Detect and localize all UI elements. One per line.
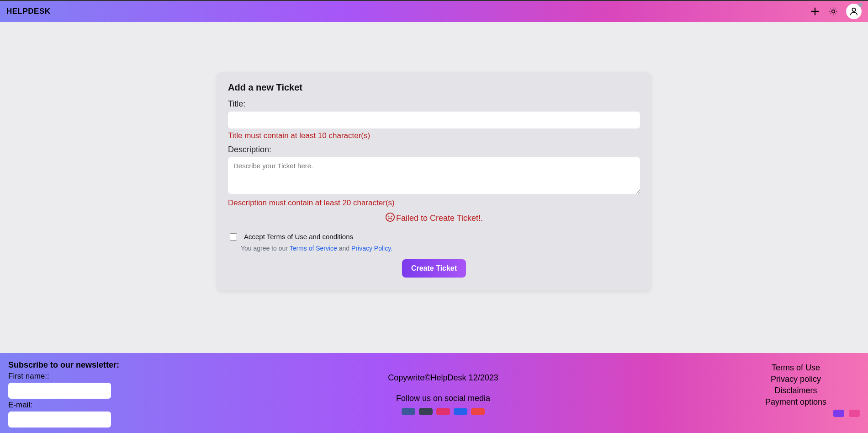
footer-link-tou[interactable]: Terms of Use [732, 363, 860, 373]
title-error: Title must contain at least 10 character… [228, 131, 640, 140]
terms-main-label: Accept Terms of Use and conditions [244, 233, 353, 241]
footer-link-disclaimers[interactable]: Disclaimers [732, 386, 860, 396]
discord-icon[interactable] [454, 408, 467, 415]
first-name-input[interactable] [8, 383, 111, 399]
github-icon[interactable] [419, 408, 433, 415]
main-content: Add a new Ticket Title: Title must conta… [0, 22, 868, 353]
fail-message-text: Failed to Create Ticket!. [396, 214, 483, 223]
footer-links: Terms of Use Privacy policy Disclaimers … [732, 360, 860, 428]
fail-message-row: Failed to Create Ticket!. [228, 212, 640, 225]
copywrite-text: Copywrite©HelpDesk 12/2023 [154, 373, 732, 383]
terms-of-service-link[interactable]: Terms of Service [290, 245, 337, 252]
svg-point-14 [392, 216, 392, 217]
card-visa-icon [833, 410, 844, 417]
footer-center: Copywrite©HelpDesk 12/2023 Follow us on … [154, 360, 732, 428]
add-icon[interactable] [810, 6, 820, 17]
footer: Subscribe to our newsletter: First name:… [0, 353, 868, 433]
title-input[interactable] [228, 112, 640, 128]
footer-link-payment[interactable]: Payment options [732, 397, 860, 407]
new-ticket-card: Add a new Ticket Title: Title must conta… [217, 72, 651, 290]
description-input[interactable] [228, 157, 640, 194]
terms-mid: and [337, 245, 351, 252]
footer-newsletter: Subscribe to our newsletter: First name:… [8, 360, 154, 428]
terms-sub-label: You agree to our Terms of Service and Pr… [241, 245, 640, 252]
email-label: E-mail: [8, 401, 154, 410]
svg-point-12 [386, 213, 394, 221]
description-error: Description must contain at least 20 cha… [228, 198, 640, 208]
email-input[interactable] [8, 412, 111, 428]
svg-point-11 [852, 8, 855, 11]
create-ticket-button[interactable]: Create Ticket [402, 259, 466, 278]
svg-point-13 [388, 216, 389, 217]
social-row [154, 408, 732, 415]
theme-toggle-icon[interactable] [828, 6, 839, 17]
newsletter-heading: Subscribe to our newsletter: [8, 360, 154, 370]
follow-text: Follow us on social media [154, 394, 732, 403]
terms-row: Accept Terms of Use and conditions [228, 233, 640, 242]
top-bar: HELPDESK [0, 0, 868, 22]
youtube-icon[interactable] [471, 408, 485, 415]
instagram-icon[interactable] [436, 408, 450, 415]
terms-checkbox[interactable] [230, 233, 237, 241]
title-label: Title: [228, 99, 640, 109]
privacy-policy-link[interactable]: Privacy Policy. [351, 245, 392, 252]
topbar-actions [810, 4, 862, 19]
first-name-label: First name:: [8, 372, 154, 381]
svg-line-10 [836, 9, 836, 9]
avatar-status-dot [858, 3, 863, 7]
user-avatar[interactable] [846, 4, 862, 19]
frown-icon [385, 212, 395, 225]
card-title: Add a new Ticket [228, 82, 640, 93]
facebook-icon[interactable] [402, 408, 415, 415]
footer-link-privacy[interactable]: Privacy policy [732, 374, 860, 384]
brand-title[interactable]: HELPDESK [6, 7, 51, 16]
card-mastercard-icon [849, 410, 860, 417]
description-label: Description: [228, 145, 640, 155]
svg-line-6 [836, 14, 836, 14]
svg-line-9 [831, 14, 831, 14]
payment-icons [732, 410, 860, 417]
terms-prefix: You agree to our [241, 245, 290, 252]
svg-point-2 [832, 10, 835, 13]
svg-line-5 [831, 9, 831, 9]
